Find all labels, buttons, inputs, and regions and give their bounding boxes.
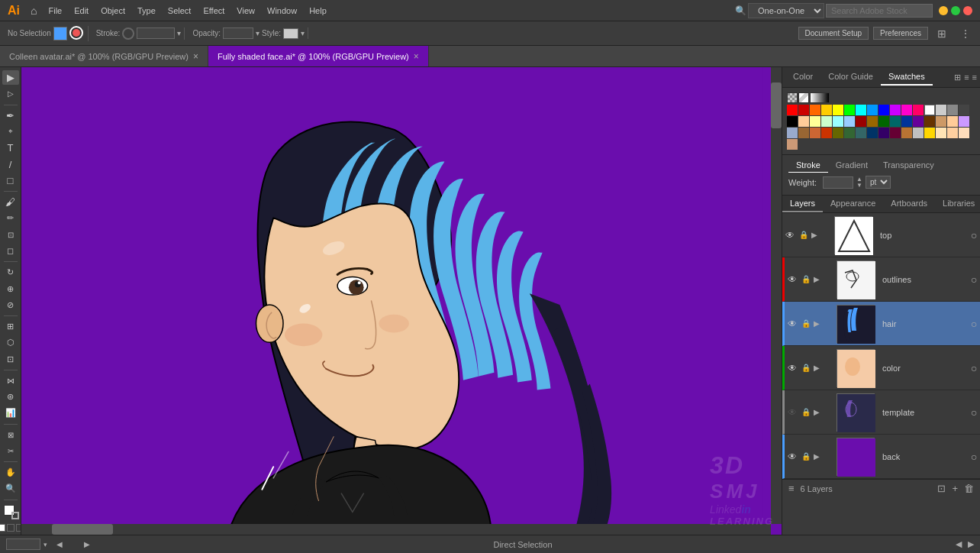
artboard-tool[interactable]: ⊠ xyxy=(2,428,19,442)
swatch-orange1[interactable] xyxy=(810,105,820,115)
paintbrush-tool[interactable]: 🖌 xyxy=(2,195,19,209)
zoom-dropdown-arrow[interactable]: ▾ xyxy=(44,541,47,548)
swatch-lt-orange[interactable] xyxy=(798,116,809,127)
layer-top-expand[interactable]: ▶ xyxy=(810,231,819,239)
eyedropper-tool[interactable]: ⊡ xyxy=(2,352,19,367)
swatch-gray[interactable] xyxy=(947,105,958,115)
swatch-ltgray[interactable] xyxy=(936,105,946,115)
home-icon[interactable]: ⌂ xyxy=(26,5,41,17)
swatch-lt-yellow[interactable] xyxy=(810,116,820,127)
layer-template-expand[interactable]: ▶ xyxy=(812,408,821,416)
stroke-weight-input[interactable]: 3 pt. Round xyxy=(137,27,175,39)
delete-layer-btn[interactable]: 🗑 xyxy=(964,483,974,494)
menu-view[interactable]: View xyxy=(231,5,260,17)
layer-hair-visibility[interactable]: 👁 xyxy=(785,319,800,329)
stock-search-input[interactable] xyxy=(826,4,933,18)
scrollbar-thumb-h[interactable] xyxy=(52,524,113,535)
layer-template-lock[interactable]: 🔒 xyxy=(800,408,812,416)
artboard-number[interactable]: 1 xyxy=(66,540,81,549)
swatch-cyan1[interactable] xyxy=(856,105,866,115)
swatch-forest[interactable] xyxy=(844,128,855,138)
type-tool[interactable]: T xyxy=(2,141,19,155)
layer-outlines-visibility[interactable]: 👁 xyxy=(785,274,800,285)
prev-artboard-btn[interactable]: ◀ xyxy=(56,540,63,548)
swatch-lt-purple[interactable] xyxy=(959,116,969,127)
menu-edit[interactable]: Edit xyxy=(69,5,94,17)
swatch-brown1[interactable] xyxy=(924,116,935,127)
swatch-purple1[interactable] xyxy=(913,116,924,127)
swatches-tab[interactable]: Swatches xyxy=(881,69,933,86)
gradient-tool[interactable]: ⬡ xyxy=(2,335,19,350)
appearance-tab[interactable]: Appearance xyxy=(823,196,883,212)
menu-window[interactable]: Window xyxy=(262,5,302,17)
preferences-button[interactable]: Preferences xyxy=(873,27,928,40)
scrollbar-thumb-v[interactable] xyxy=(771,82,782,128)
layer-row-top[interactable]: 👁 🔒 ▶ top ○ xyxy=(782,213,980,257)
swatch-peach[interactable] xyxy=(947,128,958,138)
pen-tool[interactable]: ✒ xyxy=(2,108,19,123)
column-graph-tool[interactable]: 📊 xyxy=(2,406,19,420)
close-button[interactable] xyxy=(963,6,972,15)
swatch-dk-cyan[interactable] xyxy=(890,116,901,127)
swatch-green1[interactable] xyxy=(844,105,855,115)
menu-help[interactable]: Help xyxy=(304,5,332,17)
make-clipping-mask-btn[interactable]: ⊡ xyxy=(937,483,946,494)
layer-hair-target[interactable]: ○ xyxy=(968,318,980,330)
swatch-lt-skin[interactable] xyxy=(959,128,969,138)
swatch-dk-red[interactable] xyxy=(856,116,866,127)
new-layer-btn[interactable]: + xyxy=(952,483,958,494)
zoom-input[interactable]: 100% xyxy=(6,538,40,550)
layer-color-target[interactable]: ○ xyxy=(968,362,980,374)
swatch-dkgray[interactable] xyxy=(959,105,969,115)
color-guide-tab[interactable]: Color Guide xyxy=(820,69,881,86)
libraries-tab[interactable]: Libraries xyxy=(935,196,980,212)
rotate-tool[interactable]: ↻ xyxy=(2,265,19,280)
layer-color-expand[interactable]: ▶ xyxy=(812,364,821,372)
maximize-button[interactable] xyxy=(951,6,960,15)
swatch-pink1[interactable] xyxy=(901,105,912,115)
swatch-dk-blue[interactable] xyxy=(901,116,912,127)
layer-row-hair[interactable]: 👁 🔒 ▶ hair ○ xyxy=(782,302,980,346)
shaper-tool[interactable]: ⊡ xyxy=(2,228,19,242)
doc-setup-button[interactable]: Document Setup xyxy=(798,27,869,40)
normal-mode-btn[interactable] xyxy=(0,524,5,532)
symbol-sprayer-tool[interactable]: ⊛ xyxy=(2,390,19,404)
warp-tool[interactable]: ⊘ xyxy=(2,298,19,312)
swatch-blue2[interactable] xyxy=(878,105,889,115)
hand-tool[interactable]: ✋ xyxy=(2,465,19,480)
swatch-yellow1[interactable] xyxy=(821,105,832,115)
stroke-tab[interactable]: Stroke xyxy=(788,158,828,173)
layer-row-color[interactable]: 👁 🔒 ▶ color ○ xyxy=(782,346,980,390)
canvas-area[interactable]: 3D SMJ Linkedin LEARNING xyxy=(21,67,782,535)
panel-grid-icon[interactable]: ⊞ xyxy=(954,73,961,82)
swatch-black[interactable] xyxy=(787,116,798,127)
layer-back-lock[interactable]: 🔒 xyxy=(800,452,812,461)
selection-tool[interactable]: ▶ xyxy=(2,70,19,85)
swatch-indigo[interactable] xyxy=(878,128,889,138)
style-swatch[interactable] xyxy=(283,28,298,39)
swatch-special1[interactable] xyxy=(901,128,912,138)
horizontal-scrollbar[interactable] xyxy=(21,524,771,535)
swatch-teal[interactable] xyxy=(856,128,866,138)
layer-hair-lock[interactable]: 🔒 xyxy=(800,319,812,328)
grid-icon[interactable]: ⋮ xyxy=(956,27,975,40)
layer-template-target[interactable]: ○ xyxy=(968,406,980,419)
menu-type[interactable]: Type xyxy=(132,5,161,17)
swatch-special3[interactable] xyxy=(924,128,935,138)
minimize-button[interactable] xyxy=(939,6,948,15)
stroke-weight-value[interactable]: 1 xyxy=(823,176,853,189)
layer-outlines-expand[interactable]: ▶ xyxy=(812,275,821,283)
fill-stroke-selector[interactable] xyxy=(2,505,19,519)
swatch-skin1[interactable] xyxy=(947,116,958,127)
swatch-red2[interactable] xyxy=(798,105,809,115)
stroke-color[interactable] xyxy=(69,26,83,40)
pencil-tool[interactable]: ✏ xyxy=(2,211,19,225)
arrange-icon[interactable]: ⊞ xyxy=(933,27,951,40)
swatch-dk-orange[interactable] xyxy=(867,116,878,127)
opacity-dropdown-arrow[interactable]: ▾ xyxy=(256,29,260,37)
swatch-yellow2[interactable] xyxy=(833,105,843,115)
transparency-tab[interactable]: Transparency xyxy=(875,158,942,173)
swatch-red3[interactable] xyxy=(913,105,924,115)
menu-object[interactable]: Object xyxy=(95,5,131,17)
layer-template-visibility[interactable]: 👁 xyxy=(785,407,800,418)
